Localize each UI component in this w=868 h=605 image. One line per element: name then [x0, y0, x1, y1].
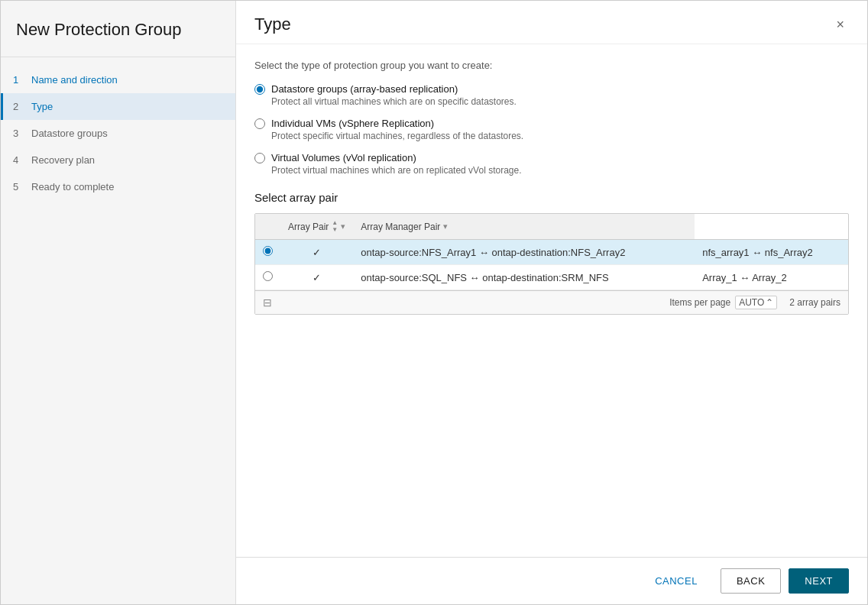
row-array-pair-1: ontap-source:SQL_NFS ↔ ontap-destination…	[353, 265, 695, 290]
row-check-cell-1: ✓	[280, 265, 353, 290]
radio-text-individual: Individual VMs (vSphere Replication)	[271, 118, 434, 129]
sidebar-step-4: 4Recovery plan	[1, 147, 235, 173]
back-button[interactable]: BACK	[721, 568, 781, 594]
sidebar-title: New Protection Group	[1, 1, 235, 57]
step-number-1: 1	[13, 74, 25, 86]
row-radio-1[interactable]	[263, 271, 273, 281]
content-body: Select the type of protection group you …	[236, 44, 867, 557]
row-manager-pair-1: Array_1 ↔ Array_2	[695, 265, 848, 290]
radio-label-datastore[interactable]: Datastore groups (array-based replicatio…	[254, 83, 849, 95]
close-button[interactable]: ×	[831, 16, 849, 33]
filter-icon-array-pair[interactable]: ▾	[341, 222, 345, 231]
table-row[interactable]: ✓ontap-source:NFS_Array1 ↔ ontap-destina…	[255, 240, 848, 265]
sidebar-step-5: 5Ready to complete	[1, 173, 235, 200]
array-pair-table: Array Pair ▲ ▼ ▾ Array	[255, 214, 848, 290]
filter-icon-manager-pair[interactable]: ▾	[443, 222, 448, 231]
step-label-2: Type	[31, 101, 53, 112]
content-title: Type	[254, 15, 291, 34]
row-check-cell-0: ✓	[280, 240, 353, 265]
wizard-steps: 1Name and direction2Type3Datastore group…	[1, 57, 235, 209]
items-per-page-value: AUTO	[739, 297, 764, 308]
array-pair-table-wrapper: Array Pair ▲ ▼ ▾ Array	[254, 213, 849, 315]
step-label-1: Name and direction	[31, 74, 118, 86]
radio-input-vvol[interactable]	[254, 153, 265, 163]
radio-text-datastore: Datastore groups (array-based replicatio…	[271, 83, 458, 95]
radio-sublabel-individual: Protect specific virtual machines, regar…	[271, 131, 849, 141]
row-radio-0[interactable]	[263, 246, 273, 256]
new-protection-group-dialog: New Protection Group 1Name and direction…	[0, 0, 868, 605]
step-label-3: Datastore groups	[31, 128, 108, 139]
radio-sublabel-vvol: Protect virtual machines which are on re…	[271, 165, 849, 176]
step-number-3: 3	[13, 128, 25, 139]
total-array-pairs: 2 array pairs	[789, 297, 840, 308]
sort-icons-array-pair[interactable]: ▲ ▼	[332, 220, 338, 233]
th-radio	[255, 214, 280, 240]
table-row[interactable]: ✓ontap-source:SQL_NFS ↔ ontap-destinatio…	[255, 265, 848, 290]
step-number-5: 5	[13, 181, 25, 192]
resize-icon: ⊟	[263, 296, 272, 309]
radio-input-individual[interactable]	[254, 118, 265, 129]
row-radio-cell-1[interactable]	[255, 265, 280, 290]
th-manager-pair: Array Manager Pair ▾	[353, 214, 695, 240]
row-array-pair-0: ontap-source:NFS_Array1 ↔ ontap-destinat…	[353, 240, 695, 265]
radio-input-datastore[interactable]	[254, 84, 265, 95]
dialog-footer: CANCEL BACK NEXT	[236, 557, 867, 604]
radio-option-vvol: Virtual Volumes (vVol replication)Protec…	[254, 152, 849, 176]
table-footer-left: ⊟	[263, 296, 272, 309]
table-body: ✓ontap-source:NFS_Array1 ↔ ontap-destina…	[255, 240, 848, 290]
step-number-4: 4	[13, 154, 25, 166]
sidebar-step-1[interactable]: 1Name and direction	[1, 66, 235, 93]
sidebar-step-2[interactable]: 2Type	[1, 93, 235, 120]
row-radio-cell-0[interactable]	[255, 240, 280, 265]
radio-option-datastore: Datastore groups (array-based replicatio…	[254, 83, 849, 107]
row-manager-pair-0: nfs_array1 ↔ nfs_Array2	[695, 240, 848, 265]
items-per-page-label: Items per page	[669, 297, 730, 308]
table-footer: ⊟ Items per page AUTO ⌃ 2 array pairs	[255, 290, 848, 314]
items-per-page-chevron: ⌃	[766, 297, 773, 308]
section-description: Select the type of protection group you …	[254, 60, 849, 71]
th-array-pair: Array Pair ▲ ▼ ▾	[280, 214, 353, 240]
wizard-content: Type × Select the type of protection gro…	[236, 1, 867, 604]
radio-label-vvol[interactable]: Virtual Volumes (vVol replication)	[254, 152, 849, 163]
radio-label-individual[interactable]: Individual VMs (vSphere Replication)	[254, 118, 849, 129]
protection-type-radio-group: Datastore groups (array-based replicatio…	[254, 83, 849, 176]
table-header: Array Pair ▲ ▼ ▾ Array	[255, 214, 848, 240]
cancel-button[interactable]: CANCEL	[640, 569, 713, 593]
radio-text-vvol: Virtual Volumes (vVol replication)	[271, 152, 416, 163]
radio-sublabel-datastore: Protect all virtual machines which are o…	[271, 96, 849, 107]
step-label-5: Ready to complete	[31, 181, 114, 192]
radio-option-individual: Individual VMs (vSphere Replication)Prot…	[254, 118, 849, 141]
next-button[interactable]: NEXT	[789, 568, 849, 594]
step-label-4: Recovery plan	[31, 154, 95, 166]
wizard-sidebar: New Protection Group 1Name and direction…	[1, 1, 236, 604]
sort-asc-icon: ▲	[332, 220, 338, 226]
content-header: Type ×	[236, 1, 867, 44]
items-per-page-select[interactable]: AUTO ⌃	[735, 296, 777, 309]
step-number-2: 2	[13, 101, 25, 112]
sidebar-step-3: 3Datastore groups	[1, 120, 235, 147]
sort-desc-icon: ▼	[332, 227, 338, 233]
array-pair-section-title: Select array pair	[254, 191, 849, 204]
